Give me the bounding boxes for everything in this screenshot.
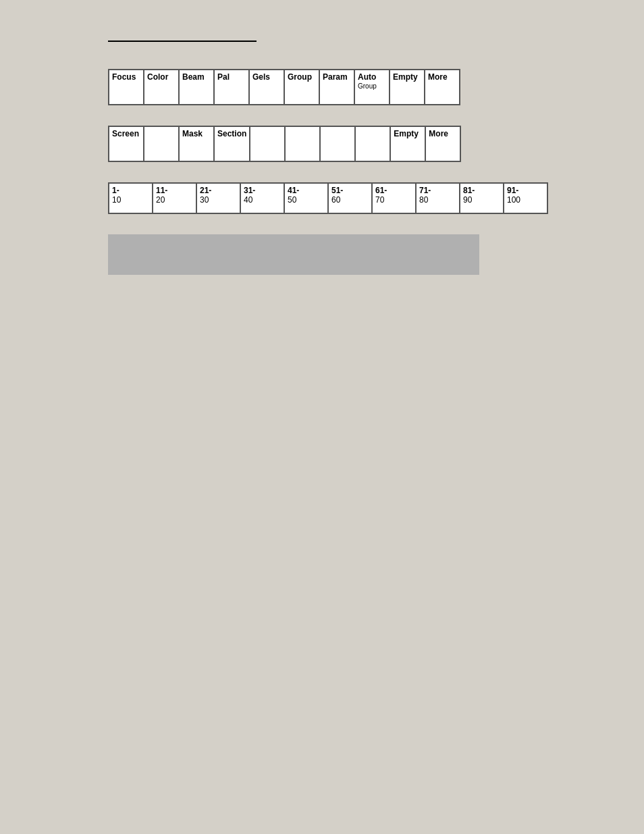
num-cell-21[interactable]: 21-30: [196, 183, 240, 213]
row1-btn-Beam[interactable]: Beam: [179, 70, 214, 105]
num-cell-31[interactable]: 31-40: [240, 183, 284, 213]
row2-btn-empty-6[interactable]: [320, 126, 355, 161]
num-cell-1[interactable]: 1-10: [109, 183, 153, 213]
row1-btn-Pal[interactable]: Pal: [214, 70, 249, 105]
row2-btn-empty-7[interactable]: [355, 126, 390, 161]
row1-btn-Focus[interactable]: Focus: [109, 70, 144, 105]
num-cell-91[interactable]: 91-100: [504, 183, 547, 213]
number-row: 1-1011-2021-3031-4041-5051-6061-7071-808…: [108, 182, 548, 214]
row2-btn-More[interactable]: More: [425, 126, 460, 161]
row2-btn-empty-4[interactable]: [250, 126, 285, 161]
row2-btn-Screen[interactable]: Screen: [109, 126, 144, 161]
row2-btn-empty-5[interactable]: [285, 126, 320, 161]
row2-btn-empty-1[interactable]: [144, 126, 179, 161]
num-cell-71[interactable]: 71-80: [416, 183, 460, 213]
num-cell-11[interactable]: 11-20: [153, 183, 196, 213]
num-cell-51[interactable]: 51-60: [328, 183, 372, 213]
row1-btn-Group[interactable]: Group: [284, 70, 319, 105]
row1-btn-Color[interactable]: Color: [144, 70, 179, 105]
num-cell-81[interactable]: 81-90: [460, 183, 504, 213]
num-cell-41[interactable]: 41-50: [284, 183, 328, 213]
row2-btn-Empty[interactable]: Empty: [390, 126, 425, 161]
row1-btn-More[interactable]: More: [425, 70, 460, 105]
row1-btn-Empty[interactable]: Empty: [390, 70, 425, 105]
row2-btn-Mask[interactable]: Mask: [179, 126, 214, 161]
num-cell-61[interactable]: 61-70: [372, 183, 416, 213]
row1-btn-Param[interactable]: Param: [319, 70, 354, 105]
row2-btn-Section[interactable]: Section: [214, 126, 250, 161]
row1-btn-Gels[interactable]: Gels: [249, 70, 284, 105]
button-row-2: ScreenMaskSectionEmptyMore: [108, 126, 461, 162]
divider-line: [108, 41, 257, 42]
gray-bar: [108, 234, 479, 275]
button-row-1: FocusColorBeamPalGelsGroupParamAutoGroup…: [108, 69, 460, 105]
row1-btn-Auto[interactable]: AutoGroup: [354, 70, 390, 105]
